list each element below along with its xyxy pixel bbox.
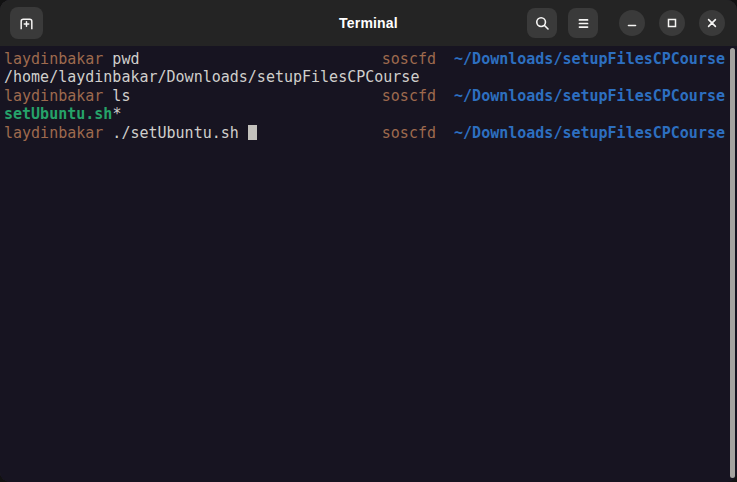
prompt-hostname: soscfd — [382, 50, 436, 68]
prompt-username: laydinbakar — [4, 50, 103, 68]
close-icon — [704, 15, 720, 31]
prompt-username: laydinbakar — [4, 87, 103, 105]
terminal-window: Terminal — [0, 0, 737, 482]
new-tab-button[interactable] — [10, 7, 43, 39]
hamburger-icon — [575, 15, 592, 32]
close-button[interactable] — [699, 10, 725, 36]
minimize-button[interactable] — [619, 10, 645, 36]
terminal-text: /home/laydinbakar/Downloads/setupFilesCP… — [4, 68, 419, 86]
maximize-icon — [664, 15, 680, 31]
titlebar-controls — [527, 0, 725, 46]
search-icon — [534, 15, 551, 32]
executable-file-name: setUbuntu.sh — [4, 105, 112, 123]
terminal-line: laydinbakar lssoscfd ~/Downloads/setupFi… — [4, 87, 725, 105]
prompt-cwd: ~/Downloads/setupFilesCPCourse — [454, 87, 725, 105]
maximize-button[interactable] — [659, 10, 685, 36]
terminal-output[interactable]: laydinbakar pwdsoscfd ~/Downloads/setupF… — [0, 46, 737, 482]
terminal-line: laydinbakar ./setUbuntu.sh soscfd ~/Down… — [4, 124, 725, 142]
terminal-text: ls — [103, 87, 130, 105]
search-button[interactable] — [527, 8, 557, 38]
prompt-hostname: soscfd — [382, 124, 436, 142]
terminal-text: ./setUbuntu.sh — [103, 124, 248, 142]
terminal-cursor — [248, 125, 257, 140]
terminal-text: * — [112, 105, 121, 123]
terminal-text — [436, 50, 454, 68]
terminal-text: pwd — [103, 50, 139, 68]
new-tab-icon — [18, 15, 35, 32]
terminal-text — [436, 124, 454, 142]
minimize-icon — [624, 15, 640, 31]
titlebar: Terminal — [0, 0, 737, 46]
scrollbar-thumb[interactable] — [730, 48, 735, 478]
prompt-hostname: soscfd — [382, 87, 436, 105]
terminal-line: setUbuntu.sh* — [4, 105, 725, 123]
terminal-line: laydinbakar pwdsoscfd ~/Downloads/setupF… — [4, 50, 725, 68]
prompt-cwd: ~/Downloads/setupFilesCPCourse — [454, 124, 725, 142]
terminal-line: /home/laydinbakar/Downloads/setupFilesCP… — [4, 68, 725, 86]
prompt-cwd: ~/Downloads/setupFilesCPCourse — [454, 50, 725, 68]
prompt-username: laydinbakar — [4, 124, 103, 142]
terminal-text — [436, 87, 454, 105]
menu-button[interactable] — [568, 8, 598, 38]
